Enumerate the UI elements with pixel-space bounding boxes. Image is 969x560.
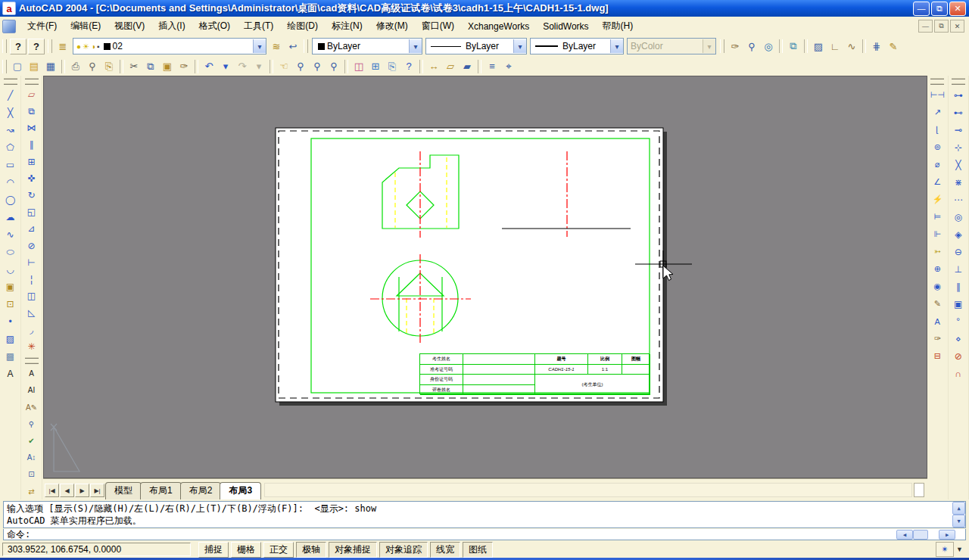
angular-dimension-icon[interactable]: ∠ [929, 174, 946, 190]
extend-icon[interactable]: ⊢ [23, 255, 40, 270]
menu-window[interactable]: 窗口(W) [415, 17, 461, 35]
separator[interactable] [344, 60, 348, 73]
toolbar-grip[interactable] [2, 39, 7, 53]
scroll-track[interactable] [928, 530, 939, 540]
restore-button[interactable]: ⧉ [931, 2, 948, 16]
undo-dropdown-arrow[interactable]: ▾ [217, 58, 234, 75]
undo-button[interactable]: ↶ [201, 58, 217, 75]
toolbar-grip[interactable] [2, 60, 7, 73]
linear-dimension-icon[interactable]: ⊢⊣ [929, 87, 946, 103]
separator[interactable] [419, 60, 423, 73]
toolbar-grip[interactable] [25, 78, 39, 85]
layer-combo[interactable]: ● ☀ ◑ ▪ 02 ▾ [73, 38, 266, 54]
snap-nearest-icon[interactable]: ⋄ [950, 331, 967, 347]
zoom-realtime-button[interactable]: ⚲ [292, 58, 309, 75]
snap-toggle[interactable]: 捕捉 [198, 542, 229, 558]
close-button[interactable]: ✕ [949, 2, 966, 16]
ordinate-dimension-icon[interactable]: ⌊ [929, 122, 946, 138]
erase-icon[interactable]: ▱ [23, 87, 40, 102]
explode-icon[interactable]: ✳ [23, 339, 40, 354]
menu-tools[interactable]: 工具(T) [237, 17, 280, 35]
plot-button[interactable]: ⎙ [67, 58, 84, 75]
menu-dimension[interactable]: 标注(N) [325, 17, 369, 35]
menu-file[interactable]: 文件(F) [20, 17, 64, 35]
drawing-file-icon[interactable] [2, 20, 16, 33]
snap-insert-icon[interactable]: ▣ [950, 296, 967, 312]
zoom-previous-button[interactable]: ⚲ [326, 58, 342, 75]
multiline-text-icon[interactable]: A [2, 366, 19, 381]
snap-center-icon[interactable]: ◎ [950, 209, 967, 225]
arc-icon[interactable]: ◠ [2, 174, 19, 190]
copy-button[interactable]: ⧉ [142, 58, 159, 75]
edit-text-icon[interactable]: A✎ [23, 400, 40, 415]
menu-format[interactable]: 格式(O) [192, 17, 237, 35]
save-button[interactable]: ▦ [42, 58, 59, 75]
tab-next-button[interactable]: ▶ [75, 484, 89, 497]
paste-button[interactable]: ▣ [159, 58, 176, 75]
locate-point-button[interactable]: ⌖ [500, 58, 517, 75]
minimize-button[interactable]: — [913, 2, 930, 16]
find-replace-icon[interactable]: ⚲ [23, 416, 40, 431]
tab-scroll-box[interactable] [914, 483, 924, 497]
grid-toggle[interactable]: 栅格 [231, 542, 261, 558]
designcenter-button[interactable]: ⊞ [367, 58, 384, 75]
edit-spline-button[interactable]: ∿ [843, 38, 860, 54]
trim-icon[interactable]: ⊘ [23, 238, 40, 254]
fillet-icon[interactable]: ◞ [23, 322, 40, 337]
separator[interactable] [195, 60, 198, 73]
linetype-combo[interactable]: ByLayer ▾ [425, 38, 527, 54]
otrack-toggle[interactable]: 对象追踪 [379, 542, 428, 558]
array-icon[interactable]: ⊞ [23, 154, 40, 170]
menu-help[interactable]: 帮助(H) [596, 17, 640, 35]
scroll-down-icon[interactable]: ▼ [952, 515, 965, 527]
construction-line-icon[interactable]: ╳ [2, 104, 19, 120]
hatch-icon[interactable]: ▨ [2, 331, 19, 347]
new-button[interactable]: ▢ [9, 58, 26, 75]
menu-view[interactable]: 视图(V) [107, 17, 151, 35]
rotate-icon[interactable]: ↻ [23, 188, 40, 203]
cut-button[interactable]: ✂ [126, 58, 142, 75]
edit-hatch-button[interactable]: ▨ [810, 38, 827, 54]
tab-layout2[interactable]: 布局2 [180, 482, 222, 499]
redo-dropdown-arrow[interactable]: ▾ [251, 58, 267, 75]
edit-multiline-button[interactable]: ⋕ [868, 38, 885, 54]
scroll-left-icon[interactable]: ◀ [896, 530, 913, 540]
mirror-icon[interactable]: ⋈ [23, 120, 40, 135]
menu-draw[interactable]: 绘图(D) [280, 17, 325, 35]
single-line-text-icon[interactable]: AI [23, 383, 40, 398]
scroll-right-icon[interactable]: ▶ [939, 530, 955, 540]
quick-leader-icon[interactable]: ➳ [929, 244, 946, 260]
toolbar-grip[interactable] [952, 78, 965, 85]
move-icon[interactable]: ✜ [23, 171, 40, 186]
separator[interactable] [478, 60, 481, 73]
baseline-dimension-icon[interactable]: ⊨ [929, 209, 946, 225]
justify-text-icon[interactable]: ⊡ [23, 467, 40, 482]
magnifier-tool-button[interactable]: ⚲ [743, 38, 760, 54]
toolbar-grip[interactable] [304, 39, 308, 53]
scale-icon[interactable]: ◱ [23, 204, 40, 219]
distance-button[interactable]: ↔ [425, 58, 442, 75]
match-properties-button[interactable]: ✑ [176, 58, 192, 75]
toolbar-grip[interactable] [4, 78, 17, 85]
draworder-button[interactable]: ⧉ [785, 38, 802, 54]
separator[interactable] [120, 60, 123, 73]
dimension-text-edit-icon[interactable]: A [929, 313, 946, 329]
globe-layers-button[interactable]: ◎ [760, 38, 777, 54]
break-at-point-icon[interactable]: ¦ [23, 272, 40, 287]
tab-layout3[interactable]: 布局3 [220, 482, 261, 499]
make-block-icon[interactable]: ⊡ [2, 296, 19, 312]
pan-button[interactable]: ☜ [276, 58, 292, 75]
spline-icon[interactable]: ∿ [2, 226, 19, 242]
status-dropdown-arrow-icon[interactable]: ▼ [956, 546, 963, 553]
snap-none-icon[interactable]: ⊘ [950, 348, 967, 364]
snap-perpendicular-icon[interactable]: ⊥ [950, 261, 967, 277]
help-button[interactable]: ? [400, 58, 417, 75]
drawing-canvas[interactable]: 考生姓名 题号 比例 图幅 准考证号码 CADH1-15-1 1:1 身份证号码… [43, 76, 927, 478]
spell-check-icon[interactable]: ✔ [23, 433, 40, 448]
mass-properties-button[interactable]: ▰ [459, 58, 475, 75]
offset-icon[interactable]: ∥ [23, 137, 40, 152]
toolbar-grip[interactable] [720, 39, 724, 53]
communication-center-icon[interactable]: ✴ [936, 542, 954, 557]
dropdown-arrow-icon[interactable]: ▾ [610, 39, 623, 53]
plot-preview-button[interactable]: ⚲ [84, 58, 101, 75]
